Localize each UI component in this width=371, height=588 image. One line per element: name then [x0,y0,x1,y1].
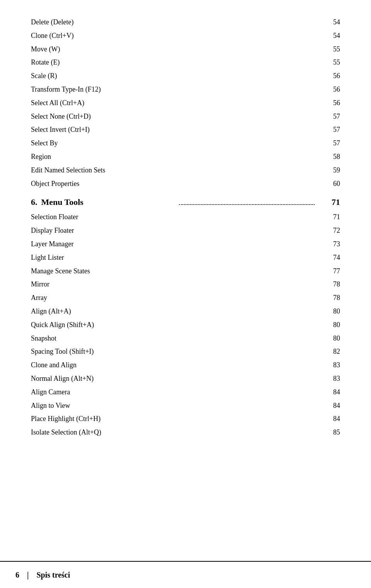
toc-item-label: Mirror [31,279,317,290]
toc-item-page: 56 [317,84,340,95]
toc-item-label: Snapshot [31,333,317,344]
toc-item-page: 72 [317,225,340,236]
toc-item: Isolate Selection (Alt+Q) 85 [31,426,340,439]
toc-item-page: 78 [317,279,340,290]
toc-items-bottom: Selection Floater 71 Display Floater 72 … [31,210,340,439]
toc-item-label: Layer Manager [31,239,317,250]
toc-item-label: Delete (Delete) [31,17,317,28]
toc-item: Snapshot 80 [31,332,340,345]
toc-item-page: 58 [317,151,340,162]
toc-item-label: Manage Scene States [31,266,317,277]
toc-item: Delete (Delete) 54 [31,15,340,29]
toc-item-label: Place Highlight (Ctrl+H) [31,413,317,424]
toc-item-label: Isolate Selection (Alt+Q) [31,427,317,438]
toc-item: Scale (R) 56 [31,69,340,83]
toc-item-label: Selection Floater [31,211,317,223]
toc-item-page: 54 [317,30,340,41]
toc-item-page: 84 [317,387,340,398]
toc-item: Select By 57 [31,136,340,150]
toc-item: Rotate (E) 55 [31,56,340,69]
footer-text: Spis treści [36,571,70,579]
toc-item-page: 57 [317,124,340,135]
toc-item-page: 56 [317,97,340,109]
toc-item: Edit Named Selection Sets 59 [31,164,340,177]
toc-item: Select None (Ctrl+D) 57 [31,110,340,123]
toc-item-page: 57 [317,111,340,122]
toc-item-page: 82 [317,346,340,357]
toc-item-label: Select By [31,138,317,149]
toc-item: Select All (Ctrl+A) 56 [31,96,340,110]
toc-item-label: Align to View [31,400,317,411]
toc-item-page: 54 [317,17,340,28]
toc-item-label: Spacing Tool (Shift+I) [31,346,317,357]
toc-item-page: 85 [317,427,340,438]
toc-item-page: 77 [317,266,340,277]
toc-item-label: Normal Align (Alt+N) [31,373,317,384]
section-number: 6. [31,197,37,207]
toc-item: Region 58 [31,150,340,164]
toc-item: Light Lister 74 [31,251,340,264]
toc-item-page: 56 [317,70,340,82]
toc-item-page: 73 [317,239,340,250]
toc-item-page: 59 [317,165,340,176]
toc-item: Display Floater 72 [31,224,340,237]
toc-item-label: Transform Type-In (F12) [31,84,317,95]
toc-item-label: Select None (Ctrl+D) [31,111,317,122]
toc-item-label: Quick Align (Shift+A) [31,319,317,331]
section-title: Menu Tools [41,197,177,207]
toc-item-page: 83 [317,373,340,384]
toc-item: Transform Type-In (F12) 56 [31,83,340,96]
toc-item-page: 71 [317,211,340,223]
toc-item: Array 78 [31,291,340,305]
toc-item: Align (Alt+A) 80 [31,305,340,318]
toc-item: Align to View 84 [31,399,340,412]
toc-item: Manage Scene States 77 [31,264,340,278]
toc-item-label: Align (Alt+A) [31,306,317,317]
toc-item: Clone and Align 83 [31,358,340,372]
toc-item-page: 80 [317,306,340,317]
section-dots [179,204,315,205]
toc-item-label: Display Floater [31,225,317,236]
toc-item-label: Scale (R) [31,70,317,82]
footer-divider: | [27,571,29,579]
toc-item-page: 74 [317,252,340,263]
toc-item-page: 80 [317,333,340,344]
toc-item: Mirror 78 [31,278,340,291]
toc-item-label: Object Properties [31,178,317,189]
toc-item: Quick Align (Shift+A) 80 [31,318,340,332]
toc-item: Place Highlight (Ctrl+H) 84 [31,412,340,426]
toc-item-label: Edit Named Selection Sets [31,165,317,176]
toc-item-label: Clone (Ctrl+V) [31,30,317,41]
footer: 6 | Spis treści [0,561,371,588]
toc-item-label: Select Invert (Ctrl+I) [31,124,317,135]
footer-page-number: 6 [15,571,19,579]
toc-item-label: Move (W) [31,44,317,55]
toc-item: Select Invert (Ctrl+I) 57 [31,123,340,136]
toc-item-label: Clone and Align [31,360,317,371]
toc-item-page: 84 [317,400,340,411]
toc-item-page: 80 [317,319,340,331]
toc-item-page: 78 [317,292,340,303]
toc-item: Selection Floater 71 [31,210,340,224]
toc-item: Spacing Tool (Shift+I) 82 [31,345,340,358]
toc-item: Layer Manager 73 [31,237,340,251]
toc-item-page: 55 [317,57,340,68]
toc-item-label: Select All (Ctrl+A) [31,97,317,109]
toc-item-label: Light Lister [31,252,317,263]
toc-item-page: 84 [317,413,340,424]
toc-item: Normal Align (Alt+N) 83 [31,372,340,385]
toc-item-label: Rotate (E) [31,57,317,68]
toc-item: Align Camera 84 [31,385,340,399]
section-heading: 6. Menu Tools 71 [31,190,340,210]
toc-item-label: Align Camera [31,387,317,398]
toc-item-page: 83 [317,360,340,371]
toc-item-label: Array [31,292,317,303]
toc-item-page: 55 [317,44,340,55]
page-content: Delete (Delete) 54 Clone (Ctrl+V) 54 Mov… [0,0,371,478]
section-page: 71 [317,197,340,207]
toc-item: Clone (Ctrl+V) 54 [31,29,340,43]
toc-item: Move (W) 55 [31,43,340,56]
toc-item: Object Properties 60 [31,177,340,191]
toc-item-label: Region [31,151,317,162]
toc-item-page: 60 [317,178,340,189]
